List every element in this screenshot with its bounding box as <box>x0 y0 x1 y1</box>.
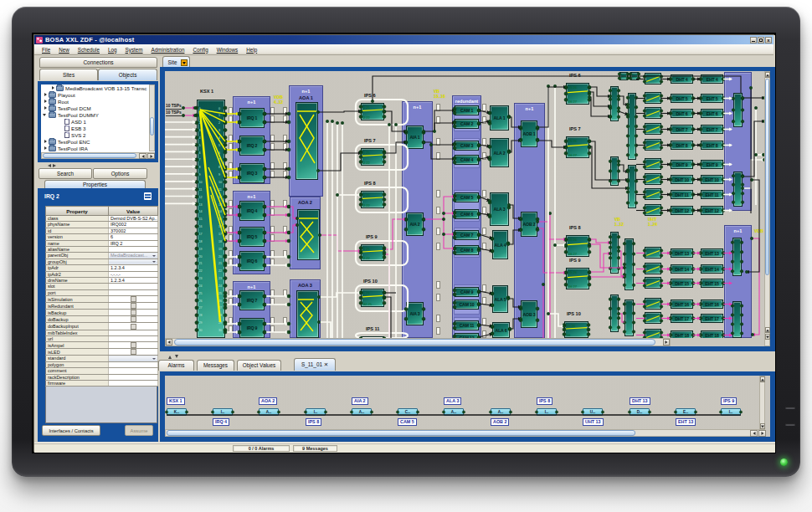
maximize-button[interactable] <box>758 37 764 44</box>
property-value[interactable] <box>109 259 158 264</box>
diagram-vscrollbar-thumb[interactable] <box>765 79 769 275</box>
menu-windows[interactable]: Windows <box>213 47 243 53</box>
tree-item-svs-2[interactable]: SVS 2 <box>58 131 86 138</box>
tree-item-playout[interactable]: Playout <box>43 91 75 98</box>
property-value[interactable]: 1.2.3.4 <box>109 278 158 284</box>
tree-item-testpool-enc[interactable]: TestPool ENC <box>43 138 90 145</box>
menu-file[interactable]: File <box>38 47 54 53</box>
property-value[interactable] <box>109 335 158 341</box>
assume-button[interactable]: Assume <box>125 425 153 436</box>
title-bar[interactable]: BOSA XXL ZDF - @localhost x <box>34 35 773 44</box>
property-value[interactable] <box>109 374 158 380</box>
tab-objects[interactable]: Objects <box>98 69 157 80</box>
menu-system[interactable]: System <box>121 47 147 53</box>
menu-help[interactable]: Help <box>242 47 261 53</box>
tree-expand-icon[interactable] <box>43 146 49 151</box>
property-value[interactable] <box>109 247 158 253</box>
property-value[interactable] <box>109 361 158 367</box>
tree-expand-icon[interactable] <box>43 112 49 118</box>
property-value[interactable] <box>109 356 158 361</box>
overview-hscrollbar[interactable] <box>165 429 765 437</box>
property-value[interactable]: 6 <box>109 234 158 240</box>
site-diagram[interactable]: n+1n+1n+1n+1AOA 1AOA 2AOA 3n+1redundantn… <box>165 71 764 338</box>
tree-item-testpool-ira[interactable]: TestPool IRA <box>43 145 88 151</box>
property-value[interactable] <box>109 330 158 335</box>
diagram-scroll-down-icon[interactable] <box>765 334 770 340</box>
tree-expand-icon[interactable] <box>43 139 49 145</box>
diagram-hscrollbar[interactable] <box>165 338 671 346</box>
tree-item-testpool-dummy[interactable]: TestPool DUMMY <box>43 111 99 118</box>
menu-config[interactable]: Config <box>188 47 212 53</box>
property-value[interactable] <box>109 316 158 323</box>
tree-item-esb-3[interactable]: ESB 3 <box>58 125 86 131</box>
tab-messages[interactable]: Messages <box>197 360 234 371</box>
property-value[interactable] <box>109 296 158 303</box>
menu-administration[interactable]: Administration <box>147 47 189 53</box>
tab-site[interactable]: Site <box>162 56 190 68</box>
property-value[interactable] <box>109 323 158 330</box>
property-value[interactable] <box>109 310 158 316</box>
overview-scroll-right-icon[interactable] <box>758 430 766 437</box>
tree-item-asd-1[interactable]: ASD 1 <box>58 118 86 125</box>
menu-new[interactable]: New <box>54 47 74 53</box>
overview-scroll-left-icon[interactable] <box>750 430 758 437</box>
tree-expand-icon[interactable] <box>50 85 56 91</box>
tree-scroll-right-icon[interactable] <box>147 153 155 159</box>
overview-scroll-up-icon[interactable] <box>760 376 765 382</box>
tree-scroll-left-icon[interactable] <box>139 153 146 159</box>
menu-log[interactable]: Log <box>104 47 121 53</box>
options-button[interactable]: Options <box>93 168 147 179</box>
diagram-scroll-up-icon[interactable] <box>765 72 770 78</box>
tree-expand-icon[interactable] <box>43 92 49 98</box>
property-value[interactable]: IRQ002 <box>109 222 158 228</box>
tree-vscrollbar[interactable] <box>149 84 155 151</box>
diagram-scroll-left-icon[interactable] <box>166 339 172 346</box>
overview-scroll-down-icon[interactable] <box>760 423 765 429</box>
diagram-scroll-right-icon[interactable] <box>663 339 670 346</box>
tree-item-root[interactable]: Root <box>43 98 69 105</box>
tab-object-values[interactable]: Object Values <box>237 360 281 371</box>
tree-hscrollbar-thumb[interactable] <box>43 153 136 158</box>
property-value[interactable]: 1.2.3.4 <box>109 265 158 271</box>
tab-s-11-01[interactable]: S_11_01 ✕ <box>294 358 336 371</box>
splitter-collapse-right-icon[interactable] <box>53 164 58 167</box>
connections-header[interactable]: Connections <box>39 57 157 68</box>
tab-sites[interactable]: Sites <box>39 69 98 80</box>
tree-vscrollbar-thumb[interactable] <box>150 117 154 136</box>
overview-hscrollbar-thumb[interactable] <box>167 430 635 436</box>
properties-menu-icon[interactable] <box>144 192 152 200</box>
diagram-scroll-up2-icon[interactable] <box>765 327 770 333</box>
site-dropdown-icon[interactable] <box>181 59 188 66</box>
tree-item-mediabroadcast-vob-13-15-transc[interactable]: MediaBroadcast VOB 13-15 Transc <box>50 84 146 91</box>
splitter-up-icon[interactable] <box>168 354 172 359</box>
property-value[interactable] <box>109 349 158 356</box>
minimize-button[interactable] <box>750 37 757 44</box>
interfaces-contacts-button[interactable]: Interfaces / Contacts <box>42 425 100 436</box>
property-value[interactable] <box>109 284 158 289</box>
status-alarms[interactable]: 0 / 0 Alarms <box>233 445 290 452</box>
overview-vscrollbar[interactable] <box>759 376 765 429</box>
status-messages[interactable]: 9 Messages <box>293 445 337 452</box>
diagram-hscrollbar-thumb[interactable] <box>174 339 655 346</box>
tree-item-testpool-dcm[interactable]: TestPool DCM <box>43 105 91 111</box>
property-value[interactable]: MediaBroadcast... <box>109 253 158 259</box>
property-value[interactable]: IRQ 2 <box>109 240 158 246</box>
splitter-collapse-left-icon[interactable] <box>46 164 51 167</box>
property-value[interactable]: 370002 <box>109 228 158 233</box>
menu-schedule[interactable]: Schedule <box>74 47 104 53</box>
diagram-vscrollbar[interactable] <box>764 71 770 346</box>
tree-expand-icon[interactable] <box>43 105 49 111</box>
property-value[interactable] <box>109 303 158 310</box>
tab-alarms[interactable]: Alarms <box>158 360 194 371</box>
tree-hscrollbar[interactable] <box>41 152 155 159</box>
close-button[interactable]: x <box>765 37 772 44</box>
overview-diagram[interactable]: K...KSX 1I...IRQ 4A...AOA 2I...IPS 8A...… <box>165 376 758 429</box>
properties-col-property[interactable]: Property <box>46 207 109 216</box>
property-value[interactable]: Demod DVB-S-S2 Ap... <box>109 216 158 222</box>
tree-expand-icon[interactable] <box>43 99 49 105</box>
property-value[interactable] <box>109 368 158 374</box>
properties-col-value[interactable]: Value <box>109 207 158 216</box>
property-value[interactable] <box>109 381 158 387</box>
search-button[interactable]: Search <box>39 168 92 179</box>
property-value[interactable] <box>109 289 158 295</box>
